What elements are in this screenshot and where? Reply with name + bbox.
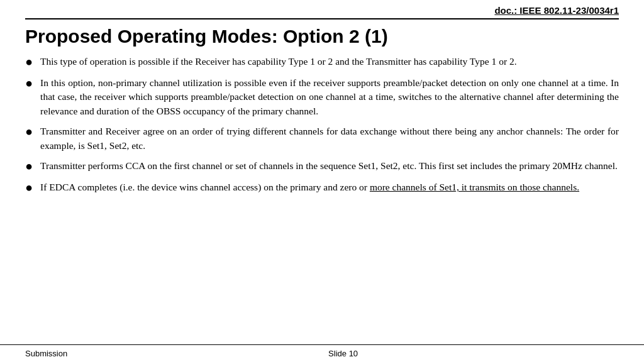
list-item: ● Transmitter performs CCA on the first … <box>25 159 619 174</box>
list-item: ● In this option, non-primary channel ut… <box>25 76 619 118</box>
slide-container: doc.: IEEE 802.11-23/0034r1 Proposed Ope… <box>0 0 644 362</box>
bullet-icon: ● <box>25 75 33 91</box>
content-area: ● This type of operation is possible if … <box>25 55 619 362</box>
doc-reference: doc.: IEEE 802.11-23/0034r1 <box>494 5 619 16</box>
footer: Submission Slide 10 <box>0 344 644 362</box>
bullet-text: Transmitter performs CCA on the first ch… <box>40 159 619 173</box>
bullet-icon: ● <box>25 158 33 174</box>
list-item: ● If EDCA completes (i.e. the device win… <box>25 180 619 195</box>
bullet-text: This type of operation is possible if th… <box>40 55 619 69</box>
footer-center: Slide 10 <box>328 349 358 358</box>
bullet-icon: ● <box>25 123 33 140</box>
bullet-text-underline: more channels of Set1, it transmits on t… <box>370 182 579 192</box>
bullet-icon: ● <box>25 53 33 70</box>
header-bar: doc.: IEEE 802.11-23/0034r1 <box>25 0 619 19</box>
footer-left: Submission <box>25 349 67 358</box>
list-item: ● This type of operation is possible if … <box>25 55 619 70</box>
bullet-text-partial: If EDCA completes (i.e. the device wins … <box>40 180 619 194</box>
bullet-text: Transmitter and Receiver agree on an ord… <box>40 124 619 153</box>
slide-title: Proposed Operating Modes: Option 2 (1) <box>25 26 619 47</box>
bullet-text: In this option, non-primary channel util… <box>40 76 619 118</box>
bullet-icon: ● <box>25 179 33 195</box>
list-item: ● Transmitter and Receiver agree on an o… <box>25 124 619 153</box>
bullet-text-plain: If EDCA completes (i.e. the device wins … <box>40 182 370 192</box>
bullet-list: ● This type of operation is possible if … <box>25 55 619 195</box>
